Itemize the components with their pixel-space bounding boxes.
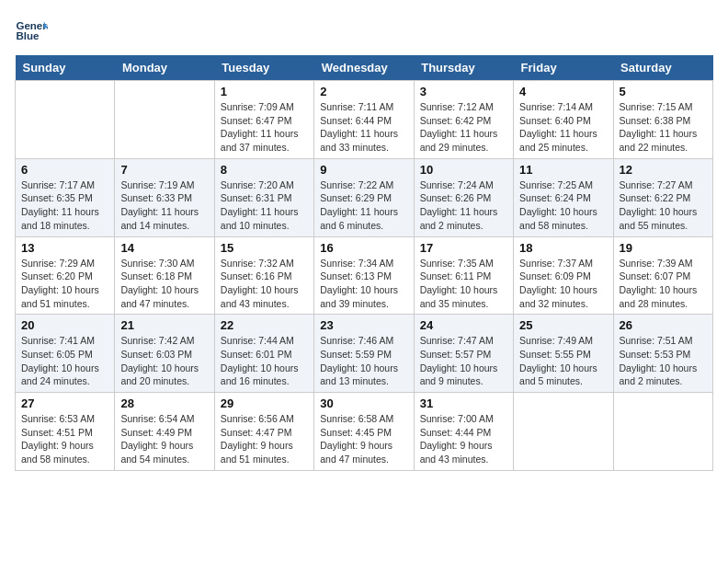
date-number: 24	[420, 318, 507, 332]
day-header-sunday: Sunday	[16, 55, 115, 81]
cell-content: Sunrise: 7:42 AMSunset: 6:03 PMDaylight:…	[120, 334, 208, 388]
date-number: 12	[620, 163, 707, 177]
date-number: 31	[420, 396, 507, 410]
cell-content: Sunrise: 7:44 AMSunset: 6:01 PMDaylight:…	[221, 334, 308, 388]
svg-text:General: General	[16, 20, 48, 31]
cell-content: Sunrise: 7:14 AMSunset: 6:40 PMDaylight:…	[519, 100, 607, 155]
date-number: 13	[21, 241, 108, 255]
calendar-cell: 10Sunrise: 7:24 AMSunset: 6:26 PMDayligh…	[414, 158, 513, 236]
date-number: 10	[420, 163, 507, 177]
week-row-1: 1Sunrise: 7:09 AMSunset: 6:47 PMDaylight…	[16, 81, 713, 159]
date-number: 3	[420, 85, 507, 98]
calendar-cell: 25Sunrise: 7:49 AMSunset: 5:55 PMDayligh…	[514, 315, 613, 393]
cell-content: Sunrise: 7:46 AMSunset: 5:59 PMDaylight:…	[320, 334, 407, 388]
cell-content: Sunrise: 7:12 AMSunset: 6:42 PMDaylight:…	[420, 100, 507, 155]
calendar-cell: 26Sunrise: 7:51 AMSunset: 5:53 PMDayligh…	[613, 315, 712, 393]
date-number: 25	[519, 318, 607, 332]
cell-content: Sunrise: 6:58 AMSunset: 4:45 PMDaylight:…	[320, 412, 407, 466]
cell-content: Sunrise: 7:00 AMSunset: 4:44 PMDaylight:…	[420, 412, 507, 466]
day-header-monday: Monday	[115, 55, 214, 81]
cell-content: Sunrise: 7:22 AMSunset: 6:29 PMDaylight:…	[320, 178, 407, 233]
calendar-cell: 12Sunrise: 7:27 AMSunset: 6:22 PMDayligh…	[613, 158, 712, 236]
calendar-cell: 14Sunrise: 7:30 AMSunset: 6:18 PMDayligh…	[115, 236, 214, 315]
date-number: 16	[320, 241, 407, 255]
date-number: 6	[21, 163, 108, 177]
calendar-cell: 9Sunrise: 7:22 AMSunset: 6:29 PMDaylight…	[314, 158, 414, 236]
svg-text:Blue: Blue	[16, 30, 40, 41]
calendar-cell: 20Sunrise: 7:41 AMSunset: 6:05 PMDayligh…	[16, 315, 115, 393]
day-header-saturday: Saturday	[613, 55, 712, 81]
cell-content: Sunrise: 7:47 AMSunset: 5:57 PMDaylight:…	[420, 334, 507, 388]
calendar-cell: 21Sunrise: 7:42 AMSunset: 6:03 PMDayligh…	[115, 315, 214, 393]
date-number: 27	[21, 396, 108, 410]
week-row-2: 6Sunrise: 7:17 AMSunset: 6:35 PMDaylight…	[16, 158, 713, 236]
calendar-cell: 1Sunrise: 7:09 AMSunset: 6:47 PMDaylight…	[214, 81, 313, 159]
cell-content: Sunrise: 6:53 AMSunset: 4:51 PMDaylight:…	[21, 412, 108, 466]
cell-content: Sunrise: 7:11 AMSunset: 6:44 PMDaylight:…	[320, 100, 407, 155]
day-header-thursday: Thursday	[414, 55, 513, 81]
cell-content: Sunrise: 7:49 AMSunset: 5:55 PMDaylight:…	[519, 334, 607, 388]
week-row-5: 27Sunrise: 6:53 AMSunset: 4:51 PMDayligh…	[16, 393, 713, 471]
calendar-cell: 22Sunrise: 7:44 AMSunset: 6:01 PMDayligh…	[214, 315, 313, 393]
cell-content: Sunrise: 7:19 AMSunset: 6:33 PMDaylight:…	[120, 178, 208, 233]
cell-content: Sunrise: 7:37 AMSunset: 6:09 PMDaylight:…	[519, 257, 607, 311]
calendar-cell	[613, 393, 712, 471]
date-number: 20	[21, 318, 108, 332]
day-header-wednesday: Wednesday	[314, 55, 414, 81]
calendar-cell: 4Sunrise: 7:14 AMSunset: 6:40 PMDaylight…	[514, 81, 613, 159]
cell-content: Sunrise: 7:39 AMSunset: 6:07 PMDaylight:…	[620, 257, 707, 311]
calendar-table: SundayMondayTuesdayWednesdayThursdayFrid…	[15, 55, 713, 471]
cell-content: Sunrise: 7:09 AMSunset: 6:47 PMDaylight:…	[221, 100, 308, 155]
cell-content: Sunrise: 7:27 AMSunset: 6:22 PMDaylight:…	[620, 178, 707, 233]
date-number: 14	[120, 241, 208, 255]
calendar-cell: 27Sunrise: 6:53 AMSunset: 4:51 PMDayligh…	[16, 393, 115, 471]
calendar-cell: 3Sunrise: 7:12 AMSunset: 6:42 PMDaylight…	[414, 81, 513, 159]
calendar-cell: 24Sunrise: 7:47 AMSunset: 5:57 PMDayligh…	[414, 315, 513, 393]
calendar-cell	[16, 81, 115, 159]
cell-content: Sunrise: 7:25 AMSunset: 6:24 PMDaylight:…	[519, 178, 607, 233]
date-number: 7	[120, 163, 208, 177]
date-number: 4	[519, 85, 607, 98]
page-header: General Blue	[15, 15, 713, 48]
calendar-cell: 31Sunrise: 7:00 AMSunset: 4:44 PMDayligh…	[414, 393, 513, 471]
date-number: 22	[221, 318, 308, 332]
calendar-cell: 17Sunrise: 7:35 AMSunset: 6:11 PMDayligh…	[414, 236, 513, 315]
cell-content: Sunrise: 7:30 AMSunset: 6:18 PMDaylight:…	[120, 257, 208, 311]
date-number: 11	[519, 163, 607, 177]
week-row-4: 20Sunrise: 7:41 AMSunset: 6:05 PMDayligh…	[16, 315, 713, 393]
cell-content: Sunrise: 7:20 AMSunset: 6:31 PMDaylight:…	[221, 178, 308, 233]
date-number: 23	[320, 318, 407, 332]
calendar-cell: 11Sunrise: 7:25 AMSunset: 6:24 PMDayligh…	[514, 158, 613, 236]
date-number: 2	[320, 85, 407, 98]
date-number: 19	[620, 241, 707, 255]
calendar-cell: 30Sunrise: 6:58 AMSunset: 4:45 PMDayligh…	[314, 393, 414, 471]
calendar-cell: 15Sunrise: 7:32 AMSunset: 6:16 PMDayligh…	[214, 236, 313, 315]
calendar-cell	[514, 393, 613, 471]
calendar-cell	[115, 81, 214, 159]
cell-content: Sunrise: 7:24 AMSunset: 6:26 PMDaylight:…	[420, 178, 507, 233]
date-number: 1	[221, 85, 308, 98]
calendar-cell: 19Sunrise: 7:39 AMSunset: 6:07 PMDayligh…	[613, 236, 712, 315]
cell-content: Sunrise: 7:34 AMSunset: 6:13 PMDaylight:…	[320, 257, 407, 311]
date-number: 5	[620, 85, 707, 98]
date-number: 8	[221, 163, 308, 177]
calendar-cell: 7Sunrise: 7:19 AMSunset: 6:33 PMDaylight…	[115, 158, 214, 236]
cell-content: Sunrise: 7:51 AMSunset: 5:53 PMDaylight:…	[620, 334, 707, 388]
cell-content: Sunrise: 7:15 AMSunset: 6:38 PMDaylight:…	[620, 100, 707, 155]
day-header-tuesday: Tuesday	[214, 55, 313, 81]
cell-content: Sunrise: 7:29 AMSunset: 6:20 PMDaylight:…	[21, 257, 108, 311]
cell-content: Sunrise: 7:35 AMSunset: 6:11 PMDaylight:…	[420, 257, 507, 311]
calendar-cell: 2Sunrise: 7:11 AMSunset: 6:44 PMDaylight…	[314, 81, 414, 159]
cell-content: Sunrise: 7:41 AMSunset: 6:05 PMDaylight:…	[21, 334, 108, 388]
calendar-cell: 16Sunrise: 7:34 AMSunset: 6:13 PMDayligh…	[314, 236, 414, 315]
date-number: 18	[519, 241, 607, 255]
calendar-cell: 5Sunrise: 7:15 AMSunset: 6:38 PMDaylight…	[613, 81, 712, 159]
calendar-cell: 18Sunrise: 7:37 AMSunset: 6:09 PMDayligh…	[514, 236, 613, 315]
cell-content: Sunrise: 6:54 AMSunset: 4:49 PMDaylight:…	[120, 412, 208, 466]
date-number: 26	[620, 318, 707, 332]
calendar-cell: 8Sunrise: 7:20 AMSunset: 6:31 PMDaylight…	[214, 158, 313, 236]
calendar-cell: 23Sunrise: 7:46 AMSunset: 5:59 PMDayligh…	[314, 315, 414, 393]
logo: General Blue	[15, 15, 51, 48]
day-header-friday: Friday	[514, 55, 613, 81]
calendar-cell: 6Sunrise: 7:17 AMSunset: 6:35 PMDaylight…	[16, 158, 115, 236]
